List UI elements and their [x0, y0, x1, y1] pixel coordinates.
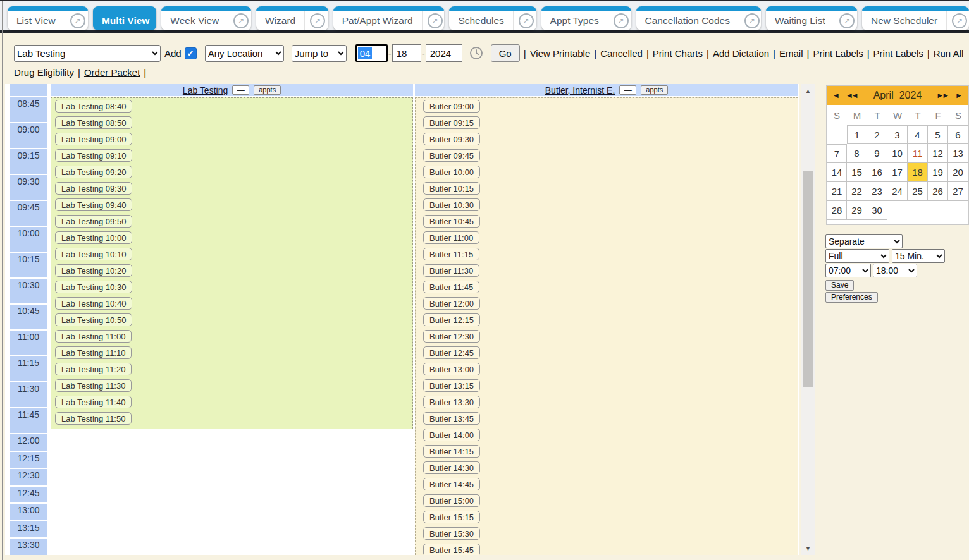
appointment-button[interactable]: Lab Testing 09:20 [55, 166, 132, 178]
calendar-day[interactable]: 19 [928, 163, 948, 182]
calendar-day[interactable]: 18 [908, 163, 928, 182]
toolbar-link[interactable]: Cancelled [600, 48, 643, 59]
open-in-new-tab-icon[interactable]: ↗ [946, 11, 969, 30]
appointment-button[interactable]: Lab Testing 09:30 [55, 182, 132, 195]
calendar-day[interactable]: 8 [847, 144, 867, 163]
toolbar-link[interactable]: Print Labels [813, 48, 863, 59]
open-in-new-tab-icon[interactable]: ↗ [304, 11, 328, 30]
butler-column-body[interactable]: Butler 09:00 Butler 09:15 Butler 09:30 B… [415, 97, 798, 555]
open-in-new-tab-icon[interactable]: ↗ [739, 11, 761, 30]
appointment-button[interactable]: Butler 15:30 [423, 527, 480, 540]
calendar-prev-icon[interactable]: ◄ [832, 91, 840, 100]
appointment-button[interactable]: Butler 09:45 [423, 149, 480, 162]
calendar-day[interactable]: 5 [928, 125, 948, 144]
calendar-day[interactable]: 4 [908, 125, 928, 144]
calendar-day[interactable]: 9 [867, 144, 887, 163]
calendar-day[interactable]: 13 [948, 144, 968, 163]
add-checkbox[interactable]: ✓ [185, 47, 197, 59]
tab[interactable]: New Scheduler ↗ [862, 6, 969, 30]
calendar-day[interactable]: 21 [827, 182, 847, 201]
scroll-up-icon[interactable]: ▲ [801, 85, 815, 96]
scrollbar-thumb[interactable] [803, 171, 813, 387]
appointment-button[interactable]: Lab Testing 09:50 [55, 215, 132, 228]
calendar-day[interactable]: 17 [887, 163, 908, 182]
appointment-button[interactable]: Butler 11:00 [423, 231, 479, 244]
run-all-link[interactable]: Run All [934, 48, 964, 59]
toolbar-link[interactable]: Add Dictation [713, 48, 769, 59]
tab[interactable]: List View ↗ [8, 6, 88, 30]
appointment-button[interactable]: Lab Testing 11:50 [55, 412, 132, 425]
calendar-day[interactable]: 3 [887, 125, 908, 144]
schedule-select[interactable]: Lab Testing [14, 45, 161, 62]
calendar-day[interactable]: 2 [867, 125, 887, 144]
tab[interactable]: Pat/Appt Wizard ↗ [333, 6, 445, 30]
appointment-button[interactable]: Lab Testing 11:10 [55, 346, 132, 359]
date-month-input[interactable]: 04 [355, 44, 388, 62]
tab[interactable]: Multi View ↗ [93, 6, 156, 30]
appointment-button[interactable]: Lab Testing 10:20 [55, 264, 132, 277]
appointment-button[interactable]: Lab Testing 10:50 [55, 313, 132, 326]
calendar-day[interactable]: 11 [908, 144, 928, 163]
appointment-button[interactable]: Butler 15:15 [423, 511, 480, 523]
calendar-day[interactable]: 27 [948, 182, 968, 201]
appointment-button[interactable]: Lab Testing 10:00 [55, 231, 132, 244]
appointment-button[interactable]: Butler 09:30 [423, 133, 480, 145]
open-in-new-tab-icon[interactable]: ↗ [228, 11, 251, 30]
appointment-button[interactable]: Butler 13:00 [423, 363, 480, 375]
appointment-button[interactable]: Butler 11:30 [423, 264, 479, 277]
toolbar-link[interactable]: Print Labels [873, 48, 923, 59]
appointment-button[interactable]: Butler 09:15 [423, 116, 480, 129]
lab-column-body[interactable]: Lab Testing 08:40 Lab Testing 08:50 Lab … [51, 97, 413, 429]
preferences-button[interactable]: Preferences [825, 292, 878, 303]
tab[interactable]: Wizard ↗ [256, 6, 328, 30]
calendar-day[interactable] [827, 125, 847, 144]
appointment-button[interactable]: Butler 12:30 [423, 330, 480, 343]
appointment-button[interactable]: Butler 10:30 [423, 198, 480, 211]
calendar-day[interactable]: 16 [867, 163, 887, 182]
toolbar-link[interactable]: Print Charts [653, 48, 703, 59]
appointment-button[interactable]: Lab Testing 11:30 [55, 379, 132, 392]
appointment-button[interactable]: Butler 14:15 [423, 445, 480, 458]
calendar-day[interactable] [928, 201, 948, 220]
open-in-new-tab-icon[interactable]: ↗ [65, 11, 88, 30]
appointment-button[interactable]: Butler 15:00 [423, 494, 480, 507]
appointment-button[interactable]: Butler 12:00 [423, 297, 480, 310]
appointment-button[interactable]: Lab Testing 11:40 [55, 396, 132, 408]
calendar-day[interactable] [887, 201, 908, 220]
appointment-button[interactable]: Butler 13:45 [423, 412, 480, 425]
appointment-button[interactable]: Lab Testing 11:20 [55, 363, 132, 375]
calendar-day[interactable]: 14 [827, 163, 847, 182]
appointment-button[interactable]: Lab Testing 09:40 [55, 198, 132, 211]
appointment-button[interactable]: Lab Testing 09:10 [55, 149, 132, 162]
calendar-next-icon[interactable]: ► [955, 91, 963, 100]
view-mode-select[interactable]: Separate [825, 234, 903, 248]
tab[interactable]: Waiting List ↗ [766, 6, 857, 30]
calendar-day[interactable]: 29 [847, 201, 867, 220]
lab-column-title-link[interactable]: Lab Testing [183, 85, 228, 95]
tab[interactable]: Schedules ↗ [449, 6, 536, 30]
appointment-button[interactable]: Butler 10:45 [423, 215, 480, 228]
open-in-new-tab-icon[interactable]: ↗ [834, 11, 857, 30]
appointment-button[interactable]: Lab Testing 10:30 [55, 281, 132, 293]
calendar-day[interactable]: 24 [887, 182, 908, 201]
location-select[interactable]: Any Location [205, 45, 284, 62]
calendar-day[interactable]: 6 [948, 125, 968, 144]
end-time-select[interactable]: 18:00 [873, 264, 917, 277]
calendar-day[interactable]: 28 [827, 201, 847, 220]
appointment-button[interactable]: Butler 14:45 [423, 478, 480, 490]
go-button[interactable]: Go [491, 44, 520, 62]
open-in-new-tab-icon[interactable]: ↗ [513, 11, 536, 30]
calendar-day[interactable]: 22 [847, 182, 867, 201]
calendar-day[interactable]: 30 [867, 201, 887, 220]
calendar-day[interactable]: 7 [827, 144, 847, 163]
appointment-button[interactable]: Butler 15:45 [423, 544, 480, 555]
calendar-day[interactable]: 26 [928, 182, 948, 201]
date-day-input[interactable]: 18 [392, 44, 421, 62]
butler-minimize-button[interactable]: — [619, 85, 636, 95]
calendar-day[interactable]: 12 [928, 144, 948, 163]
interval-select[interactable]: 15 Min. [892, 249, 945, 263]
lab-appts-button[interactable]: appts [254, 85, 281, 95]
calendar-day[interactable] [908, 201, 928, 220]
appointment-button[interactable]: Lab Testing 11:00 [55, 330, 132, 343]
butler-appts-button[interactable]: appts [641, 85, 668, 95]
